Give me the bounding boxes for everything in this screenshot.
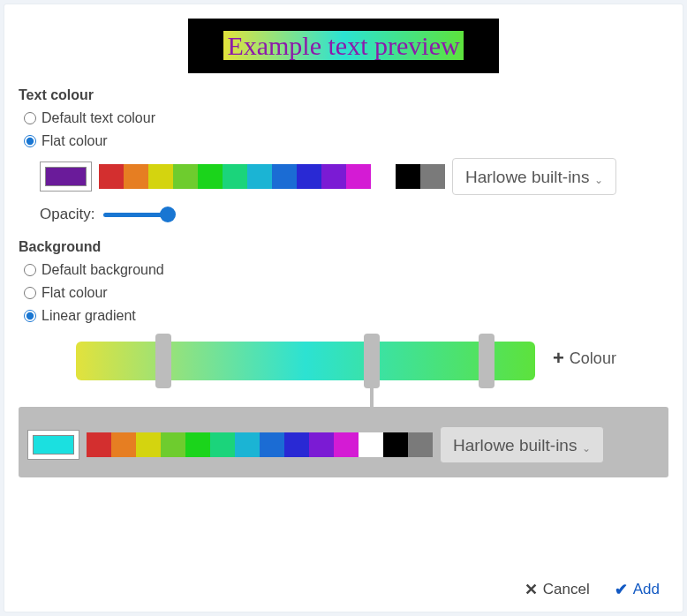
palette-swatch[interactable] <box>247 164 272 189</box>
radio-default-text-colour[interactable]: Default text colour <box>24 110 668 126</box>
gradient-stop-editor: Harlowe built-ins ⌄ <box>19 407 668 477</box>
palette-swatch[interactable] <box>420 164 445 189</box>
palette-swatch[interactable] <box>260 432 284 457</box>
palette-swatch[interactable] <box>408 432 433 457</box>
palette-swatch[interactable] <box>185 432 210 457</box>
palette-swatch[interactable] <box>223 164 247 189</box>
palette-swatch[interactable] <box>148 164 173 189</box>
preview-box: Example text preview <box>188 19 498 73</box>
palette-swatch[interactable] <box>99 164 124 189</box>
dialog-footer: ✕ Cancel ✔ Add <box>4 569 683 612</box>
palette-swatch[interactable] <box>297 164 321 189</box>
palette-swatch[interactable] <box>334 432 359 457</box>
preview-text: Example text preview <box>223 31 463 60</box>
opacity-label: Opacity: <box>40 206 94 223</box>
palette-swatch[interactable] <box>359 432 383 457</box>
stop-colour-row: Harlowe built-ins ⌄ <box>27 426 660 463</box>
palette-swatch[interactable] <box>321 164 346 189</box>
text-colour-well[interactable] <box>40 162 92 192</box>
gradient-area: + Colour Harlowe built-ins ⌄ <box>19 342 668 477</box>
palette-swatch[interactable] <box>198 164 223 189</box>
text-colour-builtins-label: Harlowe built-ins <box>465 168 589 187</box>
chevron-down-icon: ⌄ <box>582 442 591 454</box>
palette-swatch[interactable] <box>272 164 297 189</box>
opacity-slider[interactable] <box>103 206 174 223</box>
gradient-handle-1[interactable] <box>155 334 171 388</box>
radio-flat-text-colour-label: Flat colour <box>42 133 108 149</box>
background-heading: Background <box>19 239 668 255</box>
cancel-button[interactable]: ✕ Cancel <box>525 580 590 599</box>
palette-swatch[interactable] <box>111 432 136 457</box>
text-colour-palette <box>99 164 445 189</box>
chevron-down-icon: ⌄ <box>594 174 603 186</box>
radio-linear-gradient[interactable]: Linear gradient <box>24 308 668 324</box>
gradient-handle-3[interactable] <box>479 334 494 388</box>
radio-flat-background-input[interactable] <box>24 287 36 299</box>
add-colour-label: Colour <box>570 349 616 368</box>
radio-default-text-colour-label: Default text colour <box>42 110 155 126</box>
dialog-content: Example text preview Text colour Default… <box>4 4 683 569</box>
radio-flat-background-label: Flat colour <box>42 285 108 301</box>
text-colour-heading: Text colour <box>19 87 668 103</box>
palette-swatch[interactable] <box>396 164 420 189</box>
gradient-bar[interactable] <box>76 342 535 380</box>
stop-colour-well-inner <box>33 435 74 454</box>
palette-swatch[interactable] <box>346 164 371 189</box>
palette-swatch[interactable] <box>161 432 185 457</box>
style-dialog: Example text preview Text colour Default… <box>4 4 683 612</box>
slider-thumb[interactable] <box>160 207 176 222</box>
cancel-label: Cancel <box>543 581 590 598</box>
radio-flat-text-colour-input[interactable] <box>24 135 36 147</box>
text-colour-row: Harlowe built-ins ⌄ <box>40 158 668 195</box>
radio-linear-gradient-label: Linear gradient <box>42 308 136 324</box>
preview-area: Example text preview <box>19 19 668 73</box>
palette-swatch[interactable] <box>173 164 198 189</box>
add-colour-button[interactable]: + Colour <box>553 342 616 370</box>
add-label: Add <box>633 581 660 598</box>
palette-swatch[interactable] <box>235 432 260 457</box>
text-colour-builtins-button[interactable]: Harlowe built-ins ⌄ <box>452 158 616 195</box>
text-colour-well-inner <box>45 167 87 186</box>
stop-colour-palette <box>87 432 433 457</box>
stop-colour-well[interactable] <box>27 430 79 460</box>
add-button[interactable]: ✔ Add <box>615 580 660 599</box>
palette-swatch[interactable] <box>210 432 235 457</box>
radio-default-background-input[interactable] <box>24 264 36 276</box>
radio-flat-background[interactable]: Flat colour <box>24 285 668 301</box>
palette-swatch[interactable] <box>87 432 111 457</box>
gradient-handle-2[interactable] <box>364 334 380 388</box>
palette-swatch[interactable] <box>309 432 334 457</box>
palette-swatch[interactable] <box>124 164 148 189</box>
gradient-row: + Colour <box>19 342 668 407</box>
radio-default-text-colour-input[interactable] <box>24 112 36 124</box>
palette-swatch[interactable] <box>371 164 396 189</box>
palette-swatch[interactable] <box>284 432 309 457</box>
palette-swatch[interactable] <box>136 432 161 457</box>
radio-linear-gradient-input[interactable] <box>24 310 36 322</box>
gradient-wrap <box>76 342 535 407</box>
opacity-row: Opacity: <box>40 206 668 223</box>
radio-default-background-label: Default background <box>42 262 164 278</box>
radio-default-background[interactable]: Default background <box>24 262 668 278</box>
stop-colour-builtins-label: Harlowe built-ins <box>453 436 577 455</box>
palette-swatch[interactable] <box>383 432 408 457</box>
close-icon: ✕ <box>525 580 538 599</box>
radio-flat-text-colour[interactable]: Flat colour <box>24 133 668 149</box>
check-icon: ✔ <box>615 580 628 599</box>
plus-icon: + <box>553 347 564 370</box>
stop-colour-builtins-button[interactable]: Harlowe built-ins ⌄ <box>440 426 604 463</box>
